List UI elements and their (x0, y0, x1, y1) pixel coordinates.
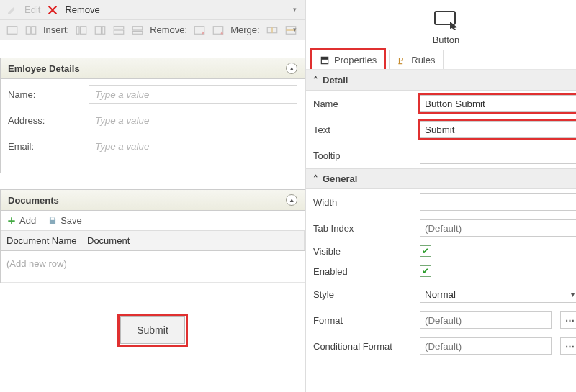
selected-element-type: Button (433, 35, 460, 45)
collapse-icon[interactable]: ▴ (286, 194, 297, 206)
properties-icon (320, 55, 330, 65)
prop-style-select[interactable] (420, 286, 576, 303)
submit-button[interactable]: Submit (120, 316, 185, 344)
toolbar-layout: Insert: Remove: Merge: ▾ (0, 20, 305, 40)
address-label: Address: (8, 115, 89, 126)
prop-text-label: Text (313, 124, 414, 135)
plus-icon (6, 216, 17, 226)
insert-col-right-icon[interactable] (92, 22, 108, 38)
svg-rect-10 (132, 31, 143, 34)
prop-format-browse[interactable]: ⋯ (560, 311, 576, 329)
prop-tooltip-input[interactable] (420, 147, 576, 164)
prop-text-input[interactable] (420, 121, 576, 138)
toolbar-top-overflow-icon[interactable]: ▾ (289, 4, 300, 14)
rules-icon (397, 55, 407, 65)
insert-col-left-icon[interactable] (73, 22, 89, 38)
prop-enabled-checkbox[interactable]: ✔ (420, 265, 431, 277)
toolbar-top: Edit Remove ▾ (0, 0, 305, 20)
name-label: Name: (8, 89, 89, 100)
app-root: Edit Remove ▾ Insert: Remove: Merge: ▾ (0, 0, 576, 392)
col-doc: Document (81, 231, 305, 250)
remove-cols-label: Remove: (148, 24, 189, 35)
insert-row-below-icon[interactable] (130, 22, 145, 38)
row-address: Address: (8, 111, 297, 129)
email-input[interactable] (89, 137, 297, 155)
svg-rect-18 (435, 12, 455, 24)
svg-rect-2 (32, 26, 36, 34)
prop-tooltip-row: Tooltip (306, 142, 576, 168)
collapse-icon[interactable]: ▴ (286, 63, 297, 74)
panel-employee-body: Name: Address: Email: (1, 79, 305, 173)
prop-format-input[interactable] (420, 311, 552, 329)
prop-condformat-input[interactable] (420, 337, 552, 355)
submit-area: Submit (0, 299, 305, 358)
add-new-row[interactable]: (Add new row) (1, 251, 305, 283)
prop-style-label: Style (313, 289, 414, 300)
svg-rect-3 (76, 26, 79, 34)
prop-name-label: Name (313, 99, 414, 109)
edit-label: Edit (23, 4, 42, 15)
layout-icon-2[interactable] (23, 22, 39, 38)
designer-canvas: Emloyee Details ▴ Name: Address: Email: (0, 40, 305, 392)
svg-rect-1 (26, 26, 30, 34)
tab-rules[interactable]: Rules (389, 50, 443, 70)
prop-width-label: Width (313, 197, 414, 208)
prop-name-row: Name (306, 91, 576, 117)
svg-rect-6 (102, 26, 105, 34)
tab-properties[interactable]: Properties (312, 50, 384, 70)
tab-rules-label: Rules (411, 55, 435, 65)
add-button[interactable]: Add (6, 215, 36, 226)
edit-icon[interactable] (4, 2, 20, 18)
insert-row-above-icon[interactable] (111, 22, 127, 38)
save-button[interactable]: Save (48, 215, 82, 226)
save-icon (48, 216, 58, 226)
section-detail-label: Detail (323, 75, 348, 86)
email-label: Email: (8, 141, 89, 152)
panel-documents-header[interactable]: Documents ▴ (1, 190, 305, 211)
remove-row-icon[interactable] (210, 22, 226, 38)
svg-rect-5 (95, 26, 101, 34)
row-name: Name: (8, 85, 297, 104)
selected-element-chip: Button (306, 0, 576, 50)
svg-rect-8 (114, 30, 124, 34)
prop-condformat-label: Conditional Format (313, 341, 414, 352)
section-detail-header[interactable]: ˄ Detail (306, 70, 576, 91)
button-element-icon (433, 9, 460, 30)
documents-actions: Add Save (1, 211, 305, 231)
panel-documents: Documents ▴ Add Save Document Name Docum (0, 189, 305, 283)
prop-condformat-row: Conditional Format ⋯ (306, 333, 576, 359)
section-general-header[interactable]: ˄ General (306, 168, 576, 189)
merge-label: Merge: (229, 24, 261, 35)
panel-employee-header[interactable]: Emloyee Details ▴ (1, 58, 305, 79)
prop-visible-label: Visible (313, 246, 414, 257)
merge-horizontal-icon[interactable] (264, 22, 280, 38)
chevron-up-icon: ˄ (313, 173, 318, 184)
prop-tabindex-input[interactable] (420, 219, 576, 237)
prop-visible-checkbox[interactable]: ✔ (420, 245, 431, 257)
name-input[interactable] (89, 85, 297, 104)
prop-tabindex-row: Tab Index (306, 215, 576, 241)
svg-rect-7 (114, 26, 124, 29)
prop-text-row: Text (306, 117, 576, 142)
prop-enabled-label: Enabled (313, 266, 414, 277)
toolbar-layout-overflow-icon[interactable]: ▾ (289, 24, 300, 35)
inspector-tabs: Properties Rules (306, 50, 576, 70)
remove-icon[interactable] (45, 2, 60, 18)
prop-width-input[interactable] (420, 193, 576, 211)
layout-icon-1[interactable] (4, 22, 20, 38)
svg-rect-20 (321, 57, 328, 60)
prop-format-row: Format ⋯ (306, 307, 576, 333)
svg-rect-9 (132, 26, 143, 29)
prop-style-row: Style ▾ (306, 281, 576, 307)
svg-rect-0 (7, 26, 17, 34)
prop-condformat-browse[interactable]: ⋯ (560, 337, 576, 355)
remove-label: Remove (63, 4, 101, 15)
prop-name-input[interactable] (420, 95, 576, 112)
prop-visible-row: Visible ✔ (306, 241, 576, 261)
panel-employee: Emloyee Details ▴ Name: Address: Email: (0, 58, 305, 173)
panel-documents-title: Documents (8, 195, 59, 206)
remove-col-icon[interactable] (192, 22, 207, 38)
prop-tabindex-label: Tab Index (313, 223, 414, 234)
address-input[interactable] (89, 111, 297, 129)
panel-employee-title: Emloyee Details (8, 63, 80, 74)
